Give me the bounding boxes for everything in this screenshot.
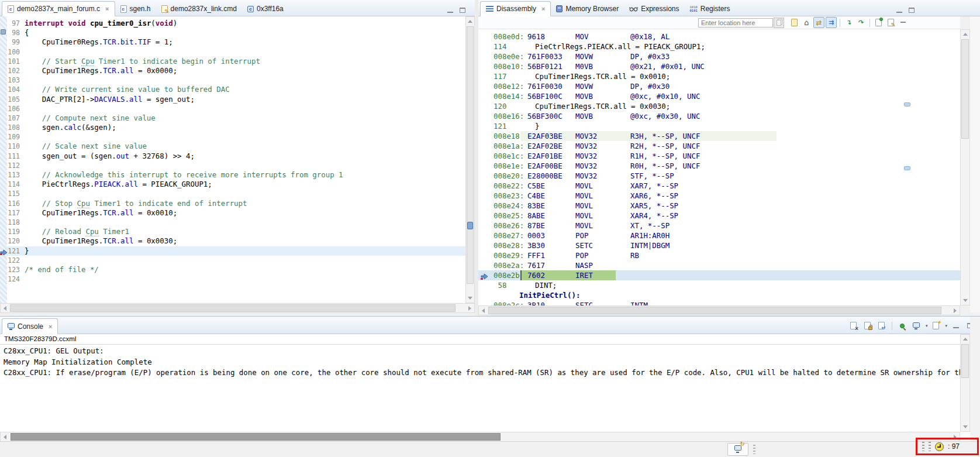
disasm-row[interactable]: 008e12:761F0030MOVWDP, #0x30 xyxy=(478,81,960,91)
disasm-row[interactable]: 008e24:83BEMOVLXAR5, *--SP xyxy=(478,201,960,211)
disasm-gutter[interactable] xyxy=(478,270,494,280)
toolbar-grip[interactable] xyxy=(753,445,755,454)
edit-location-button[interactable]: ✎ xyxy=(885,17,896,28)
scroll-up-icon[interactable] xyxy=(466,17,474,26)
scroll-down-icon[interactable] xyxy=(961,422,969,431)
disasm-row[interactable]: 008e23:C4BEMOVLXAR6, *--SP xyxy=(478,191,960,201)
disasm-gutter[interactable] xyxy=(478,260,494,270)
tab-expressions[interactable]: Expressions xyxy=(624,1,684,16)
open-new-view-button[interactable] xyxy=(873,17,884,28)
tab-0x3ff16a[interactable]: c0x3ff16a xyxy=(242,1,289,16)
tab-memory-browser[interactable]: Memory Browser xyxy=(551,1,624,16)
code-line[interactable]: 98{ xyxy=(7,28,465,37)
progress-indicator[interactable]: : 97 xyxy=(916,438,979,455)
step-return-button[interactable]: ↷ xyxy=(855,17,867,28)
code-line[interactable]: 113 // Acknowledge this interrupt to rec… xyxy=(7,170,465,180)
tab-demo2837x-main-forum-c[interactable]: cdemo2837x_main_forum.c× xyxy=(2,1,115,16)
location-input[interactable] xyxy=(698,18,773,28)
disasm-row[interactable]: 008e25:8ABEMOVLXAR4, *--SP xyxy=(478,211,960,221)
disasm-gutter[interactable] xyxy=(478,231,494,240)
step-into-button[interactable]: ↴ xyxy=(843,17,854,28)
code-editor[interactable]: 97interrupt void cpu_timer0_isr(void)98{… xyxy=(0,16,465,303)
tab-sgen-h[interactable]: csgen.h xyxy=(115,1,156,16)
disasm-gutter[interactable] xyxy=(478,181,494,191)
disasm-row[interactable]: 008e0d:9618MOV@0x18, AL xyxy=(478,32,960,42)
disasm-gutter[interactable] xyxy=(478,101,494,111)
scroll-up-icon[interactable] xyxy=(961,335,969,343)
console-output[interactable]: C28xx_CPU1: GEL Output: Memory Map Initi… xyxy=(0,345,960,432)
disasm-row[interactable]: 114PieCtrlRegs.PIEACK.all = PIEACK_GROUP… xyxy=(478,42,960,51)
maximize-icon[interactable] xyxy=(909,5,915,15)
code-line[interactable]: 101 // Start Cpu Timer1 to indicate begi… xyxy=(7,57,465,66)
display-selected-console-button[interactable] xyxy=(911,320,922,331)
code-line[interactable]: 108 sgen.calc(&sgen); xyxy=(7,123,465,132)
close-icon[interactable]: × xyxy=(541,5,545,12)
disasm-gutter[interactable] xyxy=(478,201,494,211)
code-line[interactable]: 110 // Scale next sine value xyxy=(7,142,465,151)
scroll-right-icon[interactable] xyxy=(951,306,960,315)
disasm-gutter[interactable] xyxy=(478,111,494,121)
code-line[interactable]: 114 PieCtrlRegs.PIEACK.all = PIEACK_GROU… xyxy=(7,180,465,189)
scroll-left-icon[interactable] xyxy=(479,306,488,315)
disasm-row[interactable]: 58DINT; xyxy=(478,280,960,290)
code-line[interactable]: 106 xyxy=(7,104,465,114)
scrollbar-thumb[interactable] xyxy=(961,344,969,378)
scroll-up-icon[interactable] xyxy=(961,30,969,39)
clear-console-button[interactable]: × xyxy=(848,320,859,331)
disassembly-listing[interactable]: 008e0d:9618MOV@0x18, AL114PieCtrlRegs.PI… xyxy=(478,29,960,305)
disasm-gutter[interactable] xyxy=(478,171,494,181)
disasm-row[interactable]: 117CpuTimer1Regs.TCR.all = 0x0010; xyxy=(478,71,960,81)
chevron-down-icon[interactable]: ▾ xyxy=(945,324,947,328)
editor-horizontal-scrollbar[interactable] xyxy=(0,303,475,313)
disasm-row[interactable]: 008e2b:7602IRET xyxy=(478,270,960,280)
disasm-row[interactable]: 008e29:FFF1POPRB xyxy=(478,250,960,260)
disasm-row[interactable]: InitPieCtrl(): xyxy=(478,290,960,300)
disasm-row[interactable]: 008e10:56BF0121M0VB@0x21, #0x01, UNC xyxy=(478,61,960,71)
chevron-down-icon[interactable]: ▾ xyxy=(926,324,928,328)
launch-button[interactable]: ↻ xyxy=(727,443,748,456)
overview-marker[interactable] xyxy=(467,222,473,229)
view-menu-button[interactable] xyxy=(898,17,909,28)
code-line[interactable]: 103 xyxy=(7,75,465,85)
instruction-pointer-icon[interactable] xyxy=(0,248,8,254)
disasm-row[interactable]: 008e20:E28000BEMOV32STF, *--SP xyxy=(478,171,960,181)
word-wrap-button[interactable]: ↵ xyxy=(876,320,887,331)
code-line[interactable]: 120 CpuTimer1Regs.TCR.all = 0x0030; xyxy=(7,236,465,246)
disasm-gutter[interactable] xyxy=(478,141,494,151)
grip-handle[interactable] xyxy=(929,442,931,451)
code-line[interactable]: 100 xyxy=(7,47,465,57)
disasm-row[interactable]: 008e1e:E2AF00BEMOV32R0H, *--SP, UNCF xyxy=(478,161,960,171)
disasm-row[interactable]: 008e2c:3B10SETCINTM xyxy=(478,300,960,305)
scroll-left-icon[interactable] xyxy=(1,304,9,312)
code-line[interactable]: 104 // Write current sine value to buffe… xyxy=(7,85,465,94)
disassembly-horizontal-scrollbar[interactable] xyxy=(478,305,960,315)
disasm-row[interactable]: 008e2a:7617NASP xyxy=(478,260,960,270)
minimize-button[interactable] xyxy=(950,320,961,331)
disasm-gutter[interactable] xyxy=(478,300,494,305)
disasm-gutter[interactable] xyxy=(478,61,494,71)
show-source-button[interactable] xyxy=(789,17,800,28)
disasm-row[interactable]: 008e16:56BF300CMOVB@0xc, #0x30, UNC xyxy=(478,111,960,121)
disasm-gutter[interactable] xyxy=(478,240,494,250)
grip-handle[interactable] xyxy=(922,442,924,451)
follow-pc-button[interactable]: ⇉ xyxy=(826,17,837,28)
disasm-gutter[interactable] xyxy=(478,221,494,231)
scrollbar-thumb[interactable] xyxy=(467,26,474,284)
code-line[interactable]: 122 xyxy=(7,256,465,265)
tab-console[interactable]: Console× xyxy=(2,318,58,334)
editor-vertical-scrollbar[interactable] xyxy=(465,16,475,303)
disasm-gutter[interactable] xyxy=(478,250,494,260)
minimize-icon[interactable] xyxy=(896,5,902,15)
disasm-gutter[interactable] xyxy=(478,32,494,42)
annotation-ruler[interactable] xyxy=(0,16,7,303)
disasm-row[interactable]: 008e14:56BF100CMOVB@0xc, #0x10, UNC xyxy=(478,91,960,101)
open-console-button[interactable]: + xyxy=(930,320,941,331)
disasm-row[interactable]: 008e27:0003POPAR1H:AR0H xyxy=(478,231,960,240)
scroll-right-icon[interactable] xyxy=(465,304,474,312)
code-line[interactable]: 123/* end of file */ xyxy=(7,265,465,274)
code-line[interactable]: 102 CpuTimer1Regs.TCR.all = 0x0000; xyxy=(7,66,465,75)
code-line[interactable]: 121} xyxy=(7,246,465,256)
scrollbar-thumb[interactable] xyxy=(961,39,969,139)
bookmark-icon[interactable] xyxy=(1,29,6,35)
minimize-icon[interactable] xyxy=(447,5,453,15)
